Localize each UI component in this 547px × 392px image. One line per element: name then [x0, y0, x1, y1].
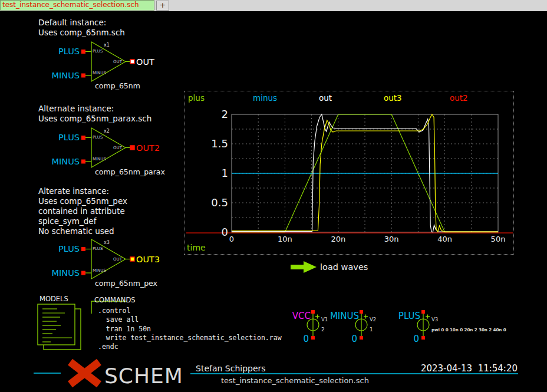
- legend-out[interactable]: out: [319, 93, 332, 103]
- plot-xlabel: time: [187, 243, 206, 252]
- net-label-plus-3[interactable]: PLUS: [56, 244, 80, 253]
- net-label-plus-1[interactable]: PLUS: [56, 47, 80, 56]
- titleblock-datetime: 2023-04-13 11:54:20: [411, 363, 518, 374]
- pin-label-out-2: OUT: [104, 146, 122, 150]
- out-pin-x3[interactable]: [130, 257, 134, 261]
- titleblock-sheet-name: test_instance_schematic_selection.sch: [221, 376, 369, 385]
- vsource-value-v1: 2: [321, 327, 325, 332]
- vsource-refdes-v2: V2: [370, 317, 376, 322]
- waveform-svg: [184, 91, 513, 254]
- vsource-refdes-v3: V3: [431, 317, 438, 322]
- load-waves-arrow-icon[interactable]: [291, 261, 317, 273]
- net-label-out-2[interactable]: OUT2: [136, 143, 160, 153]
- xtick-label: 40n: [434, 235, 456, 243]
- net-label-minus-1[interactable]: MINUS: [51, 71, 80, 80]
- symbol-name-2: comp_65nm_parax: [95, 167, 165, 176]
- models-label: MODELS: [39, 295, 68, 303]
- instance-2-description: Alternate instance: Uses comp_65nm_parax…: [38, 104, 151, 124]
- ytick-label: 1.5: [201, 137, 228, 150]
- legend-out2[interactable]: out2: [450, 93, 468, 103]
- xschem-window: test_instance_schematic_selection.sch +: [0, 0, 547, 392]
- legend-minus[interactable]: minus: [253, 93, 277, 103]
- ytick-label: 0.5: [201, 196, 228, 209]
- symbol-name-3: comp_65nm_pex: [95, 279, 157, 288]
- pin-label-minus-3: MINUS: [93, 268, 106, 273]
- xtick-label: 10n: [274, 235, 295, 243]
- vsource-refdes-v1: V1: [321, 317, 328, 322]
- xschem-logo-text: SCHEM: [104, 364, 183, 388]
- vsource-net-v2[interactable]: MINUS: [329, 311, 359, 321]
- ytick-label: 1: [201, 167, 228, 179]
- spice-commands-text[interactable]: .control save all tran 1n 50n write test…: [98, 307, 282, 351]
- ytick-label: 2: [201, 108, 228, 120]
- refdes-2: x2: [104, 129, 110, 134]
- pin-label-out-1: OUT: [104, 60, 122, 64]
- pin-label-minus-2: MINUS: [93, 157, 106, 162]
- xtick-label: 20n: [328, 235, 349, 243]
- legend-plus[interactable]: plus: [188, 93, 205, 103]
- legend-out3[interactable]: out3: [384, 93, 402, 103]
- ytick-label: 0: [201, 226, 228, 238]
- instance-1-description: Default instance: Uses comp_65nm.sch: [38, 18, 125, 38]
- vsource-gnd-v2[interactable]: 0: [345, 334, 357, 344]
- xschem-logo-x: [70, 362, 99, 384]
- refdes-1: x1: [104, 42, 110, 48]
- commands-label: COMMANDS: [94, 296, 136, 304]
- out-pin-x2[interactable]: [130, 146, 134, 150]
- titleblock-author: Stefan Schippers: [196, 364, 266, 373]
- pin-label-minus-1: MINUS: [93, 71, 106, 75]
- waveform-plot[interactable]: plusminusoutout3out2010n20n30n40n50n00.5…: [184, 91, 514, 255]
- symbol-name-1: comp_65nm: [95, 81, 140, 90]
- refdes-3: x3: [104, 240, 110, 245]
- net-label-out-1[interactable]: OUT: [136, 57, 154, 67]
- instance-3-description: Alterate instance: Uses comp_65nm_pex co…: [38, 186, 127, 236]
- load-waves-label[interactable]: load waves: [320, 262, 368, 272]
- pin-label-out-3: OUT: [104, 257, 122, 262]
- pin-label-plus-1: PLUS: [93, 49, 103, 54]
- vsource-value-v2: 1: [370, 327, 373, 332]
- net-label-out-3[interactable]: OUT3: [136, 255, 160, 264]
- vsource-value-v3: pwl 0 0 10n 0 20n 2 30n 2 40n 0: [431, 327, 506, 332]
- net-label-minus-3[interactable]: MINUS: [51, 268, 80, 278]
- out-pin-x1[interactable]: [130, 60, 134, 64]
- net-label-minus-2[interactable]: MINUS: [51, 157, 80, 166]
- xtick-label: 50n: [487, 235, 509, 243]
- net-label-plus-2[interactable]: PLUS: [56, 133, 80, 142]
- pin-label-plus-2: PLUS: [93, 135, 103, 140]
- vsource-gnd-v3[interactable]: 0: [407, 334, 419, 344]
- models-box-icon: [38, 304, 81, 350]
- vsource-net-v1[interactable]: VCC: [281, 311, 311, 321]
- vsource-net-v3[interactable]: PLUS: [391, 311, 420, 321]
- xtick-label: 30n: [381, 235, 402, 243]
- pin-label-plus-3: PLUS: [93, 246, 103, 251]
- vsource-gnd-v1[interactable]: 0: [297, 334, 309, 344]
